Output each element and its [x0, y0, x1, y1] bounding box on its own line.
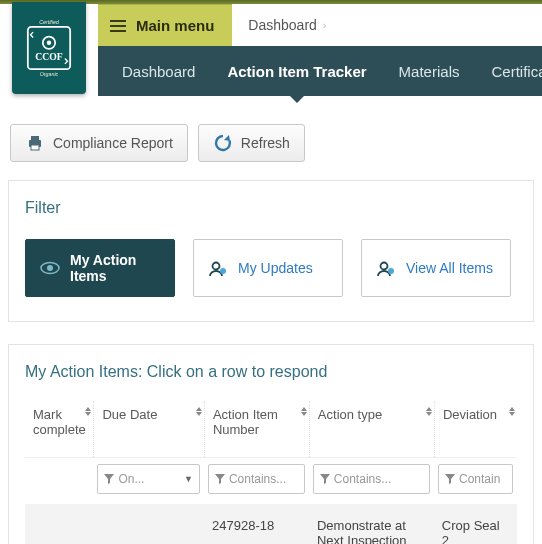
filter-view-all-items[interactable]: View All Items [361, 239, 511, 297]
funnel-icon [445, 474, 455, 484]
col-deviation[interactable]: Deviation [434, 401, 517, 457]
sort-icon [301, 407, 307, 416]
breadcrumb-link[interactable]: Dashboard [248, 17, 317, 33]
compliance-report-button[interactable]: Compliance Report [10, 124, 188, 162]
table-row[interactable]: 247928-18 Demonstrate at Next Inspection… [25, 504, 517, 544]
funnel-icon [320, 474, 330, 484]
svg-point-12 [220, 268, 226, 274]
table-title: My Action Items: Click on a row to respo… [25, 363, 517, 381]
sort-icon [196, 407, 202, 416]
eye-icon [40, 261, 60, 275]
refresh-button[interactable]: Refresh [198, 124, 305, 162]
person-icon [376, 261, 396, 275]
filter-label: My Updates [238, 260, 313, 276]
col-action-type[interactable]: Action type [309, 401, 434, 457]
cell-due [94, 518, 204, 544]
filter-my-updates[interactable]: My Updates [193, 239, 343, 297]
cell-number: 247928-18 [204, 518, 309, 544]
breadcrumb: Dashboard › [232, 4, 326, 46]
cell-mark [25, 518, 94, 544]
filter-action-item-number[interactable]: Contains... [208, 464, 305, 494]
col-due-date[interactable]: Due Date [93, 401, 203, 457]
svg-point-14 [388, 268, 394, 274]
sort-icon [426, 407, 432, 416]
table-panel: My Action Items: Click on a row to respo… [8, 344, 534, 544]
refresh-label: Refresh [241, 135, 290, 151]
filter-label: View All Items [406, 260, 493, 276]
svg-rect-8 [31, 145, 39, 150]
chevron-right-icon: › [323, 19, 327, 31]
col-mark-complete[interactable]: Mark complete [25, 401, 93, 457]
svg-point-13 [381, 263, 388, 270]
printer-icon [25, 133, 45, 153]
filter-title: Filter [25, 199, 517, 217]
tab-materials[interactable]: Materials [383, 46, 476, 96]
filter-panel: Filter My Action Items My Updates View A… [8, 180, 534, 322]
ccof-logo[interactable]: CCOF Certified Organic [12, 2, 86, 94]
filter-deviation[interactable]: Contain [438, 464, 513, 494]
svg-point-2 [47, 41, 51, 45]
refresh-icon [213, 133, 233, 153]
svg-text:CCOF: CCOF [35, 51, 63, 62]
cell-deviation: Crop Seal 2 ingredients restriction. [434, 518, 517, 544]
main-menu-label: Main menu [136, 17, 214, 34]
tab-certificates[interactable]: Certificates [475, 46, 542, 96]
svg-rect-7 [31, 136, 39, 140]
tab-action-item-tracker[interactable]: Action Item Tracker [211, 46, 382, 96]
nav-tabs: Dashboard Action Item Tracker Materials … [98, 46, 542, 96]
funnel-icon [215, 474, 225, 484]
main-menu-button[interactable]: Main menu [98, 4, 232, 46]
action-items-grid: Mark complete Due Date Action Item Numbe… [25, 401, 517, 544]
col-action-item-number[interactable]: Action Item Number [204, 401, 309, 457]
tab-dashboard[interactable]: Dashboard [106, 46, 211, 96]
svg-text:Organic: Organic [40, 71, 59, 77]
compliance-report-label: Compliance Report [53, 135, 173, 151]
caret-down-icon: ▼ [184, 474, 193, 484]
filter-label: My Action Items [70, 252, 160, 284]
filter-due-date[interactable]: On... ▼ [97, 464, 199, 494]
filter-my-action-items[interactable]: My Action Items [25, 239, 175, 297]
filter-action-type[interactable]: Contains... [313, 464, 430, 494]
sort-icon [509, 407, 515, 416]
person-icon [208, 261, 228, 275]
cell-type: Demonstrate at Next Inspection [309, 518, 434, 544]
svg-point-10 [47, 265, 53, 271]
svg-point-11 [213, 263, 220, 270]
svg-text:Certified: Certified [39, 19, 60, 25]
sort-icon [85, 407, 91, 416]
funnel-icon [104, 474, 114, 484]
hamburger-icon [110, 20, 126, 32]
